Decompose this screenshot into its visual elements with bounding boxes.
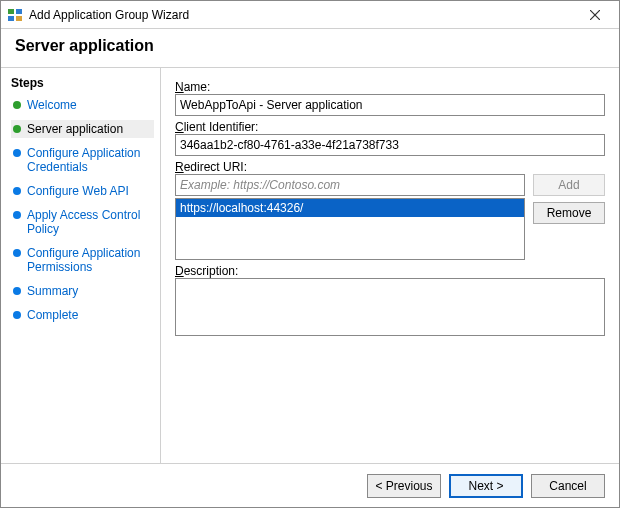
description-label: Description: — [175, 264, 605, 278]
step-bullet-icon — [13, 187, 21, 195]
step-label: Configure Application Credentials — [27, 146, 152, 174]
cancel-button[interactable]: Cancel — [531, 474, 605, 498]
step-label: Apply Access Control Policy — [27, 208, 152, 236]
svg-rect-3 — [16, 16, 22, 21]
step-configure-credentials[interactable]: Configure Application Credentials — [11, 144, 154, 176]
app-icon — [7, 7, 23, 23]
step-bullet-icon — [13, 311, 21, 319]
step-label: Welcome — [27, 98, 152, 112]
step-configure-web-api[interactable]: Configure Web API — [11, 182, 154, 200]
redirect-uri-list[interactable]: https://localhost:44326/ — [175, 198, 525, 260]
svg-rect-2 — [8, 16, 14, 21]
form-area: Name: Client Identifier: Redirect URI: h… — [161, 68, 619, 463]
step-label: Complete — [27, 308, 152, 322]
name-label: Name: — [175, 80, 605, 94]
step-label: Server application — [27, 122, 152, 136]
redirect-uri-item[interactable]: https://localhost:44326/ — [176, 199, 524, 217]
step-configure-permissions[interactable]: Configure Application Permissions — [11, 244, 154, 276]
step-server-application[interactable]: Server application — [11, 120, 154, 138]
next-button[interactable]: Next > — [449, 474, 523, 498]
client-id-label: Client Identifier: — [175, 120, 605, 134]
step-bullet-icon — [13, 125, 21, 133]
step-bullet-icon — [13, 149, 21, 157]
window-title: Add Application Group Wizard — [29, 8, 577, 22]
svg-rect-0 — [8, 9, 14, 14]
client-id-input[interactable] — [175, 134, 605, 156]
wizard-footer: < Previous Next > Cancel — [1, 463, 619, 507]
name-input[interactable] — [175, 94, 605, 116]
previous-button[interactable]: < Previous — [367, 474, 441, 498]
remove-button[interactable]: Remove — [533, 202, 605, 224]
svg-rect-1 — [16, 9, 22, 14]
redirect-uri-label: Redirect URI: — [175, 160, 605, 174]
add-button[interactable]: Add — [533, 174, 605, 196]
step-summary[interactable]: Summary — [11, 282, 154, 300]
redirect-uri-input[interactable] — [175, 174, 525, 196]
wizard-window: Add Application Group Wizard Server appl… — [0, 0, 620, 508]
description-input[interactable] — [175, 278, 605, 336]
step-label: Configure Web API — [27, 184, 152, 198]
step-complete[interactable]: Complete — [11, 306, 154, 324]
step-bullet-icon — [13, 287, 21, 295]
title-bar: Add Application Group Wizard — [1, 1, 619, 29]
steps-heading: Steps — [11, 76, 154, 90]
wizard-body: Steps Welcome Server application Configu… — [1, 68, 619, 463]
step-welcome[interactable]: Welcome — [11, 96, 154, 114]
page-title: Server application — [15, 37, 605, 55]
step-bullet-icon — [13, 101, 21, 109]
step-label: Configure Application Permissions — [27, 246, 152, 274]
step-bullet-icon — [13, 249, 21, 257]
page-header: Server application — [1, 29, 619, 68]
steps-sidebar: Steps Welcome Server application Configu… — [1, 68, 161, 463]
window-close-button[interactable] — [577, 3, 613, 27]
step-bullet-icon — [13, 211, 21, 219]
step-apply-access-control[interactable]: Apply Access Control Policy — [11, 206, 154, 238]
step-label: Summary — [27, 284, 152, 298]
